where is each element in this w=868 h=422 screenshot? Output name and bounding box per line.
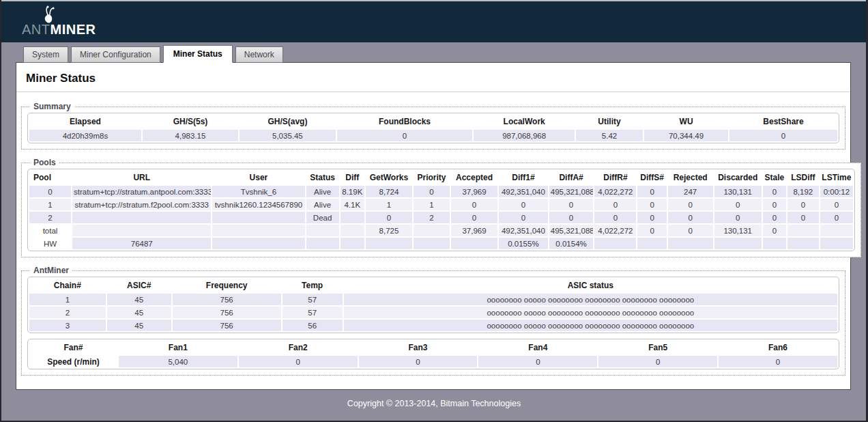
- table-cell: 0: [478, 356, 597, 367]
- table-cell: [212, 225, 304, 236]
- table-cell: [787, 225, 819, 236]
- table-cell: 0: [763, 199, 786, 210]
- table-row: 14575657oooooooo ooooo oooooooo oooooooo…: [29, 294, 837, 305]
- title-row: Miner Status: [16, 63, 850, 92]
- table-cell: 0: [763, 212, 786, 223]
- table-cell: 130,131: [714, 225, 762, 236]
- panel-content: Summary ElapsedGH/S(5s)GH/S(avg)FoundBlo…: [16, 92, 850, 382]
- page-footer: Copyright © 2013-2014, Bitmain Technolog…: [0, 390, 868, 408]
- table-cell: 1: [29, 294, 106, 305]
- column-header: Utility: [576, 115, 643, 128]
- table-cell: 0: [359, 356, 478, 367]
- table-cell: 8,192: [787, 186, 819, 197]
- table-cell: 0: [637, 199, 666, 210]
- header-row: ElapsedGH/S(5s)GH/S(avg)FoundBlocksLocal…: [29, 115, 837, 128]
- table-cell: stratum+tcp://stratum.antpool.com:3333: [72, 186, 211, 197]
- table-cell: oooooooo ooooo oooooooo oooooooo ooooooo…: [344, 307, 837, 318]
- brand-miner: MINER: [50, 22, 96, 37]
- table-cell: [820, 238, 853, 249]
- header-row: PoolURLUserStatusDiffGetWorksPriorityAcc…: [29, 171, 853, 184]
- table-cell: 987,068,968: [474, 130, 574, 141]
- table-cell: [341, 212, 364, 223]
- table-cell: 0: [414, 186, 450, 197]
- tab-network[interactable]: Network: [235, 46, 283, 63]
- table-cell: 45: [107, 307, 171, 318]
- table-cell: Alive: [306, 199, 339, 210]
- header-row: Fan#Fan1Fan2Fan3Fan4Fan5Fan6: [29, 341, 837, 354]
- column-header: Accepted: [451, 171, 497, 184]
- tab-miner-configuration[interactable]: Miner Configuration: [71, 46, 160, 63]
- column-header: Fan3: [359, 341, 478, 354]
- table-cell: 37,969: [451, 225, 497, 236]
- table-cell: oooooooo ooooo oooooooo oooooooo ooooooo…: [344, 320, 837, 331]
- table-cell: 0.0154%: [549, 238, 594, 249]
- table-cell: [306, 225, 339, 236]
- table-cell: [594, 238, 636, 249]
- table-cell: 0: [787, 212, 819, 223]
- antminer-logo: ANTMINER: [22, 5, 96, 36]
- main-panel: Miner Status Summary ElapsedGH/S(5s)GH/S…: [16, 62, 851, 390]
- fans-table: Fan#Fan1Fan2Fan3Fan4Fan5Fan6Speed (r/min…: [27, 339, 839, 369]
- column-header: GetWorks: [366, 171, 412, 184]
- table-cell: 0: [637, 212, 666, 223]
- tab-miner-status[interactable]: Miner Status: [163, 45, 233, 63]
- column-header: User: [212, 171, 304, 184]
- table-cell: 4,983.15: [143, 130, 238, 141]
- table-cell: Tvshnik_6: [212, 186, 304, 197]
- table-row: 24575657oooooooo ooooo oooooooo oooooooo…: [29, 307, 837, 318]
- tab-system[interactable]: System: [23, 46, 68, 63]
- table-cell: [714, 238, 762, 249]
- table-cell: tvshnik1260.1234567890: [212, 199, 304, 210]
- table-cell: 3: [29, 320, 106, 331]
- summary-section: Summary ElapsedGH/S(5s)GH/S(avg)FoundBlo…: [21, 102, 845, 150]
- column-header: Diff: [341, 171, 364, 184]
- table-cell: 0: [637, 225, 666, 236]
- table-cell: 57: [283, 294, 343, 305]
- table-cell: 5,035.45: [240, 130, 335, 141]
- table-cell: [763, 238, 786, 249]
- table-cell: 0: [820, 212, 853, 223]
- table-cell: [820, 225, 853, 236]
- column-header: DiffR#: [594, 171, 636, 184]
- table-cell: 0: [787, 199, 819, 210]
- table-cell: 0: [337, 130, 473, 141]
- column-header: Chain#: [29, 279, 106, 292]
- table-cell: 8,725: [366, 225, 412, 236]
- table-cell: 0: [239, 356, 358, 367]
- table-cell: 8,724: [366, 186, 412, 197]
- pools-table: PoolURLUserStatusDiffGetWorksPriorityAcc…: [27, 169, 855, 251]
- table-row: 0stratum+tcp://stratum.antpool.com:3333T…: [29, 186, 853, 197]
- app-header: ANTMINER: [0, 0, 868, 42]
- browser-viewport: ANTMINER SystemMiner ConfigurationMiner …: [0, 0, 868, 422]
- column-header: Temp: [283, 279, 343, 292]
- table-cell: 0: [598, 356, 717, 367]
- table-cell: 0: [719, 356, 837, 367]
- table-cell: [451, 238, 497, 249]
- pools-section: Pools PoolURLUserStatusDiffGetWorksPrior…: [21, 158, 861, 257]
- column-header: Status: [306, 171, 339, 184]
- table-cell: 0: [499, 212, 548, 223]
- table-cell: [212, 238, 304, 249]
- table-cell: 57: [283, 307, 343, 318]
- brand-wordmark: ANTMINER: [22, 23, 96, 36]
- table-cell: 495,321,088: [549, 186, 594, 197]
- column-header: Elapsed: [29, 115, 141, 128]
- column-header: Fan2: [239, 341, 358, 354]
- column-header: ASIC status: [344, 279, 837, 292]
- column-header: DiffS#: [637, 171, 666, 184]
- table-cell: 492,351,040: [499, 225, 548, 236]
- table-cell: 0: [668, 199, 713, 210]
- table-cell: [366, 238, 412, 249]
- table-cell: 0: [549, 212, 594, 223]
- table-cell: stratum+tcp://stratum.f2pool.com:3333: [72, 199, 211, 210]
- table-cell: 0: [668, 225, 713, 236]
- table-cell: 0: [451, 212, 497, 223]
- table-cell: 0:00:12: [820, 186, 853, 197]
- column-header: GH/S(avg): [240, 115, 335, 128]
- table-cell: [414, 225, 450, 236]
- table-cell: 0: [499, 199, 548, 210]
- column-header: URL: [72, 171, 211, 184]
- table-cell: 5,040: [119, 356, 237, 367]
- table-cell: 495,321,088: [549, 225, 594, 236]
- antminer-legend: AntMiner: [30, 266, 72, 275]
